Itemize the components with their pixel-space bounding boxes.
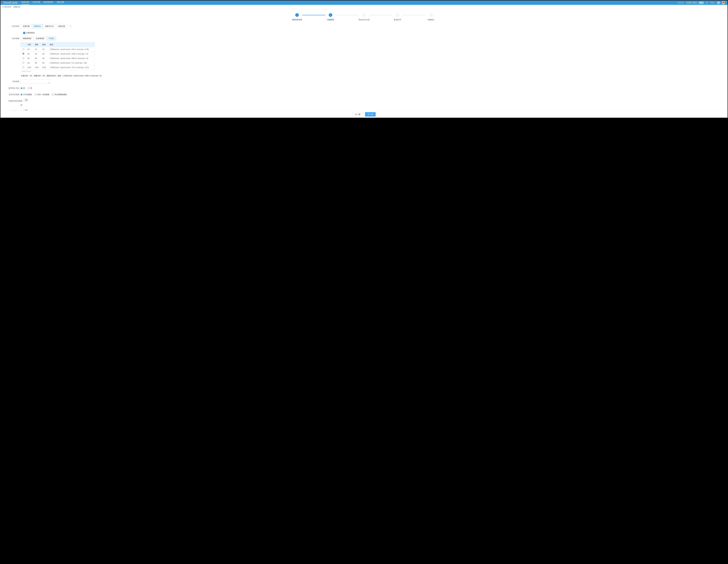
ddl-no[interactable]: 否 <box>28 86 32 90</box>
brand-prefix: Cloud <box>3 1 10 4</box>
brand-suffix: Canal <box>10 1 18 4</box>
user-info-blurred: 已激活， <box>692 2 699 4</box>
check-radios: 不开启校验 开启一次性校验 开启周期性校验 <box>21 92 67 97</box>
task-type-check[interactable]: 校验与订正 <box>43 24 56 28</box>
clear-label: 全量前清空目标数据 <box>8 99 22 107</box>
step-5-label: 创建确认 <box>427 18 434 21</box>
language-selector[interactable]: 中文▼ <box>710 1 715 4</box>
spec-table-header: 全量 增量 校验 描述 <box>21 42 95 47</box>
prev-button[interactable]: 上一步 <box>352 112 363 116</box>
task-type-struct[interactable]: 结构迁移 <box>56 24 67 28</box>
cell-incr: 1G <box>33 47 41 52</box>
task-type-incr[interactable]: 增量同步 <box>32 24 43 28</box>
row-task-spec: *任务规格 增量增强型 全量增强型 平衡型 全量 <box>8 36 723 77</box>
row-check: 是否开启校验 不开启校验 开启一次性校验 开启周期性校验 <box>8 92 723 97</box>
spec-full[interactable]: 全量增强型 <box>34 37 47 40</box>
step-pending-icon: 3 <box>362 13 366 17</box>
step-bar-segment <box>403 15 426 15</box>
ddl-label: 是否同步 DDL <box>8 86 19 90</box>
cell-full: 1G <box>26 47 33 52</box>
spec-row-radio[interactable] <box>22 53 24 55</box>
spec-summary: 全量内存：2G，增量内存：2G，校验内存2G，描述：1 KB/record , … <box>21 75 102 77</box>
form: *任务类型 全量迁移 增量同步 校验与订正 结构迁移 ? ✓ 全量初始化 <box>2 24 726 111</box>
cell-desc: 1 KB/record , record count < 200 m, incr… <box>48 52 95 56</box>
check-label: 是否开启校验 <box>8 92 19 97</box>
spec-row-radio[interactable] <box>22 66 24 68</box>
spec-row-radio[interactable] <box>22 57 24 59</box>
spec-row-radio[interactable] <box>22 48 24 50</box>
step-bar-segment <box>336 15 359 15</box>
step-1: ✓ 源&目标设置 <box>292 13 302 21</box>
th-desc: 描述 <box>48 42 95 47</box>
check-periodic[interactable]: 开启周期性校验 <box>52 92 67 97</box>
chevron-down-icon: ▼ <box>714 2 715 3</box>
crumb-sep: / <box>12 6 13 8</box>
nav-system[interactable]: 系统设置 <box>57 1 64 5</box>
spec-table-row[interactable]: 2G2G2G1 KB/record , record count < 200 m… <box>21 52 95 56</box>
topbar: CloudCanal 同步任务 同步设置 数据源管理 系统设置 v4.4.1.0… <box>0 0 728 5</box>
top-nav: 同步任务 同步设置 数据源管理 系统设置 <box>22 1 678 5</box>
task-type-group: 全量迁移 增量同步 校验与订正 结构迁移 <box>21 24 67 28</box>
row-task-type: *任务类型 全量迁移 增量同步 校验与订正 结构迁移 ? ✓ 全量初始化 <box>8 24 723 34</box>
brand-logo: CloudCanal <box>3 1 17 4</box>
step-pending-icon: 4 <box>396 13 399 17</box>
cell-chk: 1G <box>41 47 48 52</box>
nav-datasource[interactable]: 数据源管理 <box>44 1 53 5</box>
task-type-help-icon[interactable]: ? <box>69 25 72 28</box>
th-radio <box>21 42 26 47</box>
nav-sync-tasks[interactable]: 同步任务 <box>22 1 29 5</box>
check-off[interactable]: 不开启校验 <box>21 92 32 97</box>
version-text: v4.4.1.0 <box>678 2 684 4</box>
spec-table-row[interactable]: 0.5G0.5G0.5G1 KB/record , record count <… <box>21 65 95 70</box>
cell-incr: 0.5G <box>33 65 41 70</box>
avatar[interactable]: 🧑 <box>722 1 725 4</box>
nav-sync-settings[interactable]: 同步设置 <box>33 1 40 5</box>
checkbox-checked-icon: ✓ <box>23 32 25 34</box>
step-4-label: 数据处理 <box>394 18 401 21</box>
edition-text: 社区版 已激活，████ <box>686 1 704 4</box>
cell-full: 3G <box>26 56 33 61</box>
rebuild-label: 重建目标表 <box>8 109 22 111</box>
help-icon[interactable]: ? <box>706 1 708 4</box>
cell-incr: 3G <box>33 56 41 61</box>
spec-row-radio[interactable] <box>22 62 24 64</box>
desc-textarea[interactable] <box>21 79 50 84</box>
step-2-label: 功能配置 <box>327 18 334 21</box>
spec-incr[interactable]: 增量增强型 <box>21 37 34 40</box>
step-done-icon: ✓ <box>295 13 299 17</box>
breadcrumb-pipe <box>3 6 3 8</box>
cell-chk: 4G <box>41 61 48 65</box>
spec-table-row[interactable]: 4G4G4G1 KB/record , record count < 2 b, … <box>21 61 95 65</box>
th-full: 全量 <box>26 42 33 47</box>
check-once[interactable]: 开启一次性校验 <box>35 92 49 97</box>
cell-incr: 4G <box>33 61 41 65</box>
full-init-checkbox[interactable]: ✓ 全量初始化 <box>23 32 35 34</box>
full-init-label: 全量初始化 <box>26 32 35 34</box>
step-bar-segment <box>302 15 325 15</box>
topbar-right: v4.4.1.0 社区版 已激活，████ ? 中文▼ ██ 🧑 <box>678 1 725 4</box>
cell-chk: 0.5G <box>41 65 48 70</box>
task-spec-label: *任务规格 <box>8 36 19 40</box>
breadcrumb: 同步任务 / 创建任务 <box>0 5 728 9</box>
spec-table-row[interactable]: 3G3G3G1 KB/record , record count < 500 m… <box>21 56 95 61</box>
step-3: 3 表&action过滤 <box>359 13 369 21</box>
rebuild-switch[interactable] <box>23 109 28 111</box>
cell-desc: 1 KB/record , record count < 2 b, incre … <box>48 61 95 65</box>
content: ✓ 源&目标设置 2 功能配置 3 表&action过滤 4 数据处理 5 创建… <box>0 9 728 111</box>
desc-label: 任务描述 <box>8 79 19 83</box>
crumb-root[interactable]: 同步任务 <box>4 6 11 8</box>
cell-desc: 1 KB/record , record count < 10 m, incre… <box>48 65 95 70</box>
next-button[interactable]: 下一步 <box>365 112 376 116</box>
crumb-current: 创建任务 <box>13 6 20 8</box>
ddl-yes[interactable]: 是 <box>21 86 25 90</box>
runtime-hint: *任务运行内存 <box>21 70 102 72</box>
step-4: 4 数据处理 <box>392 13 403 21</box>
cell-chk: 3G <box>41 56 48 61</box>
spec-table-row[interactable]: 1G1G1G1 KB/record , record count < 20 m,… <box>21 47 95 52</box>
row-desc: 任务描述 <box>8 79 723 84</box>
spec-balanced[interactable]: 平衡型 <box>47 37 56 40</box>
step-current-icon: 2 <box>329 13 332 17</box>
step-3-label: 表&action过滤 <box>358 18 370 21</box>
task-type-full[interactable]: 全量迁移 <box>21 24 32 28</box>
clear-switch[interactable] <box>23 99 28 101</box>
